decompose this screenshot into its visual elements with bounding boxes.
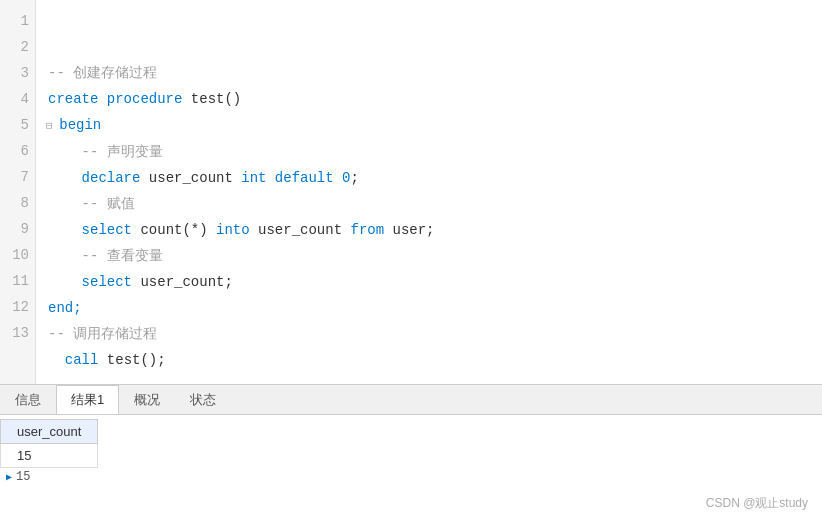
code-line: create procedure test() xyxy=(48,86,810,112)
line-number: 2 xyxy=(8,34,29,60)
line-number: 8 xyxy=(8,190,29,216)
token: 查看变量 xyxy=(107,248,163,264)
code-line: ⊟ begin xyxy=(48,112,810,139)
editor-wrapper: 12345678910111213 -- 创建存储过程create proced… xyxy=(0,0,822,520)
line-number: 6 xyxy=(8,138,29,164)
token: user; xyxy=(393,222,435,238)
code-line: -- 赋值 xyxy=(48,191,810,217)
token: end; xyxy=(48,300,82,316)
code-content[interactable]: -- 创建存储过程create procedure test()⊟ begin … xyxy=(36,0,822,384)
token: into xyxy=(216,222,258,238)
token: 赋值 xyxy=(107,196,135,212)
code-line: -- 调用存储过程 xyxy=(48,321,810,347)
token: -- xyxy=(48,248,107,264)
token xyxy=(48,222,82,238)
table-row: 15 xyxy=(1,444,98,468)
results-area: user_count15 ▶ 15 xyxy=(0,415,822,520)
table-column-header: user_count xyxy=(1,420,98,444)
row-indicator: ▶ 15 xyxy=(0,468,36,486)
token: declare xyxy=(82,170,149,186)
token xyxy=(48,274,82,290)
code-line: call test(); xyxy=(48,347,810,373)
code-line: end; xyxy=(48,295,810,321)
token: procedure xyxy=(107,91,191,107)
token: 声明变量 xyxy=(107,144,163,160)
token xyxy=(48,352,65,368)
token xyxy=(48,170,82,186)
editor-area: 12345678910111213 -- 创建存储过程create proced… xyxy=(0,0,822,385)
row-arrow-icon: ▶ xyxy=(6,471,12,483)
code-line: -- 创建存储过程 xyxy=(48,60,810,86)
token: -- xyxy=(48,65,73,81)
tab-result1[interactable]: 结果1 xyxy=(56,385,119,414)
line-number: 12 xyxy=(8,294,29,320)
results-table: user_count15 xyxy=(0,419,98,468)
token: begin xyxy=(59,117,101,133)
line-number: 7 xyxy=(8,164,29,190)
token: -- xyxy=(48,144,107,160)
token: 调用存储过程 xyxy=(73,326,157,342)
line-number: 13 xyxy=(8,320,29,346)
code-line: -- 查看变量 xyxy=(48,243,810,269)
token: -- xyxy=(48,196,107,212)
token: -- xyxy=(48,326,73,342)
token: create xyxy=(48,91,107,107)
line-number: 4 xyxy=(8,86,29,112)
token: select xyxy=(82,222,141,238)
line-number: 5 xyxy=(8,112,29,138)
token: user_count; xyxy=(140,274,232,290)
token: from xyxy=(350,222,392,238)
line-number: 11 xyxy=(8,268,29,294)
watermark: CSDN @观止study xyxy=(706,495,808,512)
token: user_count xyxy=(149,170,241,186)
tab-overview[interactable]: 概况 xyxy=(119,385,175,414)
line-numbers: 12345678910111213 xyxy=(0,0,36,384)
code-line: -- 声明变量 xyxy=(48,139,810,165)
fold-indicator: ⊟ xyxy=(46,113,59,139)
tabs-bar: 信息结果1概况状态 xyxy=(0,385,822,415)
token: 创建存储过程 xyxy=(73,65,157,81)
token: call xyxy=(65,352,107,368)
code-line: declare user_count int default 0; xyxy=(48,165,810,191)
code-line: select count(*) into user_count from use… xyxy=(48,217,810,243)
bottom-panel: 信息结果1概况状态 user_count15 ▶ 15 xyxy=(0,385,822,520)
token: test(); xyxy=(107,352,166,368)
token: test() xyxy=(191,91,241,107)
line-number: 3 xyxy=(8,60,29,86)
token: default xyxy=(275,170,342,186)
token: int xyxy=(241,170,275,186)
line-number: 9 xyxy=(8,216,29,242)
token: select xyxy=(82,274,141,290)
line-number: 1 xyxy=(8,8,29,34)
table-cell: 15 xyxy=(1,444,98,468)
token: count(*) xyxy=(140,222,216,238)
token: ; xyxy=(350,170,358,186)
line-number: 10 xyxy=(8,242,29,268)
row-value: 15 xyxy=(16,470,30,484)
token: user_count xyxy=(258,222,350,238)
tab-status[interactable]: 状态 xyxy=(175,385,231,414)
code-line: select user_count; xyxy=(48,269,810,295)
tab-info[interactable]: 信息 xyxy=(0,385,56,414)
